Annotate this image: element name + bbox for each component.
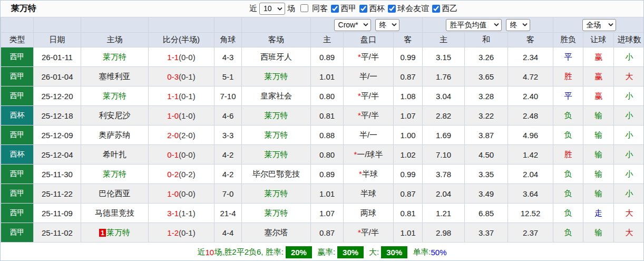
col-result: 胜负	[553, 33, 583, 47]
col-date: 日期	[34, 33, 81, 47]
fulltime-score: 0-1	[167, 150, 179, 159]
col-goals: 进球数	[614, 33, 644, 47]
home-team-name: 奥萨苏纳	[99, 130, 131, 139]
same-away-toggle[interactable]: 同客	[297, 4, 328, 14]
league-badge: 西甲	[1, 67, 34, 86]
col-avg-home: 主	[423, 33, 465, 47]
handicap-result-flag: 赢	[583, 67, 614, 86]
avg-draw-odds: 3.22	[465, 106, 508, 125]
odds-period-select[interactable]: 终	[506, 19, 530, 31]
league-filter-checkbox[interactable]	[388, 5, 396, 13]
avg-draw-odds: 3.49	[465, 184, 508, 204]
goals-flag: 小	[614, 184, 644, 204]
score-cell: 3-1(1-1)	[149, 204, 214, 223]
avg-draw-odds: 4.50	[465, 145, 508, 165]
avg-home-odds: 7.10	[423, 145, 465, 165]
home-team-name: 莱万特	[106, 228, 130, 237]
ah-line: 平/半	[361, 91, 379, 100]
home-team: 巴伦西亚	[81, 184, 149, 204]
odds-source-select[interactable]: 胜平负均值	[446, 19, 502, 31]
scope-select[interactable]: 全场	[582, 19, 616, 31]
same-away-label: 同客	[312, 4, 328, 13]
ah-away-odds: 0.99	[394, 47, 423, 67]
ah-away-odds: 1.00	[394, 125, 423, 145]
league-filter-checkbox[interactable]	[432, 5, 440, 13]
ah-away-odds: 0.87	[394, 67, 423, 86]
result-flag: 负	[553, 204, 583, 223]
fulltime-score: 1-0	[167, 189, 179, 198]
halftime-score: (0-1)	[179, 92, 196, 101]
league-filter-label: 西杯	[369, 4, 385, 14]
ah-line-cell: *平/半	[344, 86, 394, 106]
league-filter-label: 球会友谊	[397, 4, 429, 14]
ah-away-odds: 0.81	[394, 204, 423, 223]
league-badge: 西甲	[1, 223, 34, 243]
away-team: 塞尔塔	[242, 223, 311, 243]
col-score: 比分(半场)	[149, 33, 214, 47]
fulltime-score: 0-2	[167, 170, 179, 179]
ah-line: 半/一	[359, 72, 377, 81]
avg-home-odds: 1.76	[423, 67, 465, 86]
goals-flag: 大	[614, 223, 644, 243]
result-flag: 负	[553, 125, 583, 145]
home-team-name: 莱万特	[103, 169, 126, 178]
league-filter-西乙[interactable]: 西乙	[429, 4, 457, 14]
home-team: 马德里竞技	[81, 204, 149, 223]
handicap-result-flag: 输	[583, 145, 614, 165]
league-filters: 西甲西杯球会友谊西乙	[328, 4, 457, 14]
avg-draw-odds: 3.28	[465, 86, 508, 106]
handicap-period-select[interactable]: 终	[375, 19, 399, 31]
avg-home-odds: 3.78	[423, 165, 465, 184]
avg-away-odds: 4.96	[508, 125, 553, 145]
avg-draw-odds: 6.85	[465, 204, 508, 223]
halftime-score: (0-1)	[179, 228, 196, 237]
league-badge: 西甲	[1, 47, 34, 67]
league-filter-checkbox[interactable]	[331, 5, 339, 13]
away-team-name: 莱万特	[265, 72, 288, 81]
ah-line-cell: *平/半	[344, 223, 394, 243]
league-filter-西杯[interactable]: 西杯	[356, 4, 385, 14]
match-date: 25-12-18	[34, 106, 81, 125]
corners: 4-3	[214, 47, 242, 67]
corners: 4-4	[214, 223, 242, 243]
ah-home-odds: 0.81	[311, 106, 344, 125]
ah-line: 两球	[360, 208, 376, 217]
ah-away-odds: 1.08	[394, 86, 423, 106]
match-date: 25-11-30	[34, 165, 81, 184]
home-team: 奥萨苏纳	[81, 125, 149, 145]
league-badge: 西甲	[1, 125, 34, 145]
league-filter-label: 西乙	[442, 4, 457, 14]
home-team-name: 巴伦西亚	[99, 189, 131, 198]
recent-count-select[interactable]: 10	[259, 3, 285, 15]
avg-draw-odds: 3.26	[465, 47, 508, 67]
score-cell: 0-2(0-2)	[149, 165, 214, 184]
avg-home-odds: 1.21	[423, 204, 465, 223]
corners: 4-2	[214, 165, 242, 184]
same-away-checkbox[interactable]	[300, 4, 308, 12]
ah-line-cell: *半球	[344, 165, 394, 184]
league-filter-西甲[interactable]: 西甲	[328, 4, 356, 14]
handicap-result-flag: 输	[583, 184, 614, 204]
table-row: 西甲 26-01-04 塞维利亚 0-3(0-1) 5-1 莱万特 1.01 半…	[1, 67, 644, 86]
home-team: 希叶扎	[81, 145, 149, 165]
league-filter-球会友谊[interactable]: 球会友谊	[385, 4, 429, 14]
result-flag: 平	[553, 86, 583, 106]
away-team: 莱万特	[242, 106, 311, 125]
col-handicap-result: 让球	[583, 33, 614, 47]
home-team: 利安尼沙	[81, 106, 149, 125]
single-rate-value: 50%	[431, 248, 446, 257]
col-ah-line: 盘口	[344, 33, 394, 47]
handicap-result-flag: 赢	[583, 47, 614, 67]
away-team: 毕尔巴鄂竞技	[242, 165, 311, 184]
handicap-company-select[interactable]: Crow*	[334, 19, 371, 31]
table-row: 西甲 25-12-09 奥萨苏纳 2-0(2-0) 3-3 莱万特 0.88 半…	[1, 125, 644, 145]
avg-draw-odds: 3.37	[465, 223, 508, 243]
home-team: 莱万特	[81, 86, 149, 106]
away-team-name: 莱万特	[265, 111, 288, 120]
handicap-result-flag: 输	[583, 106, 614, 125]
league-filter-checkbox[interactable]	[359, 5, 367, 13]
avg-home-odds: 1.69	[423, 125, 465, 145]
ah-home-odds: 1.07	[311, 204, 344, 223]
table-row: 西甲 25-11-30 莱万特 0-2(0-2) 4-2 毕尔巴鄂竞技 0.89…	[1, 165, 644, 184]
match-date: 25-12-04	[34, 145, 81, 165]
